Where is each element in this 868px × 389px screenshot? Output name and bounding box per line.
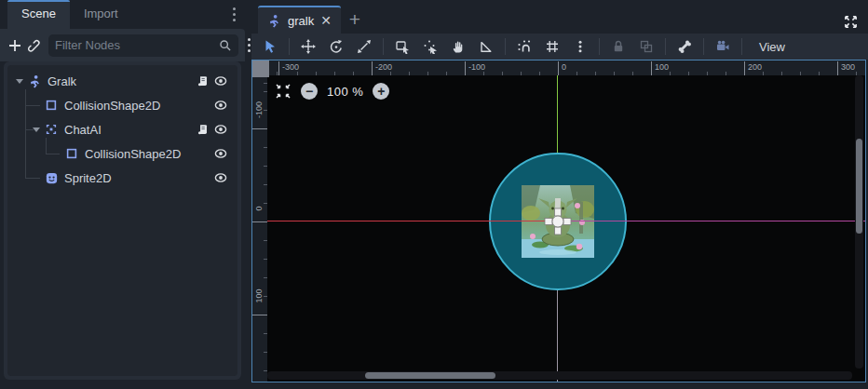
tree-row-gralk[interactable]: Gralk xyxy=(7,69,237,93)
eye-icon[interactable] xyxy=(211,169,230,186)
viewport-2d[interactable]: -300 -200 -100 0 100 200 300 -100 0 100 xyxy=(251,60,866,382)
x-axis-line xyxy=(267,221,558,221)
camera-icon xyxy=(715,39,730,54)
camera-override-button[interactable] xyxy=(710,35,736,58)
canvas-2d[interactable]: − 100 % + xyxy=(267,75,865,382)
tree-connector xyxy=(25,129,34,130)
canvas-toolbar: View xyxy=(251,34,868,60)
grid-snap-button[interactable] xyxy=(539,35,565,58)
collision-shape-2d-icon xyxy=(63,146,80,161)
tree-connector xyxy=(25,105,40,106)
pan-tool-button[interactable] xyxy=(445,35,471,58)
group-icon xyxy=(639,39,654,54)
collision-shape-2d-icon xyxy=(43,98,60,113)
close-icon[interactable]: ✕ xyxy=(320,13,332,28)
pivot-tool-button[interactable] xyxy=(417,35,443,58)
pivot-icon xyxy=(423,39,438,54)
scale-icon xyxy=(357,39,372,54)
add-node-button[interactable] xyxy=(7,34,22,58)
view-menu-button[interactable]: View xyxy=(748,37,796,57)
ruler-label: 0 xyxy=(254,194,264,222)
zoom-controls: − 100 % + xyxy=(275,83,389,100)
eye-icon[interactable] xyxy=(211,145,230,162)
ruler-label: -100 xyxy=(465,61,485,75)
ruler-tool-button[interactable] xyxy=(473,35,499,58)
filter-nodes-box xyxy=(48,34,238,57)
rotate-icon xyxy=(329,39,344,54)
select-arrow-icon xyxy=(263,39,278,54)
list-select-tool-button[interactable] xyxy=(389,35,415,58)
smart-snap-icon xyxy=(517,39,532,54)
expand-icon[interactable] xyxy=(843,14,859,30)
ruler-label: 300 xyxy=(837,61,855,75)
eye-icon[interactable] xyxy=(211,97,230,114)
zoom-out-button[interactable]: − xyxy=(301,83,318,100)
center-view-icon[interactable] xyxy=(275,83,292,100)
tab-import[interactable]: Import xyxy=(70,0,132,29)
node-label: ChatAI xyxy=(64,123,193,137)
list-select-icon xyxy=(395,39,410,54)
horizontal-scrollbar[interactable] xyxy=(267,371,852,380)
filter-nodes-input[interactable] xyxy=(55,38,219,52)
tab-scene[interactable]: Scene xyxy=(7,0,70,29)
ruler-label: 0 xyxy=(558,61,566,75)
ruler-horizontal[interactable]: -300 -200 -100 0 100 200 300 xyxy=(267,60,865,75)
instance-scene-button[interactable] xyxy=(26,34,41,58)
new-scene-tab-button[interactable]: + xyxy=(341,6,369,34)
ruler-vertical[interactable]: -100 0 100 xyxy=(252,75,267,382)
smart-snap-button[interactable] xyxy=(511,35,537,58)
node-label: CollisionShape2D xyxy=(85,147,193,161)
rotate-tool-button[interactable] xyxy=(323,35,349,58)
bone-icon xyxy=(677,39,692,54)
lock-button[interactable] xyxy=(605,35,631,58)
move-gizmo[interactable] xyxy=(543,207,573,236)
select-tool-button[interactable] xyxy=(257,35,283,58)
scene-dock-toolbar xyxy=(0,29,245,61)
dock-menu-icon[interactable] xyxy=(233,0,245,29)
ruler-corner xyxy=(252,60,269,77)
move-icon xyxy=(301,39,316,54)
chevron-down-icon[interactable] xyxy=(13,79,26,84)
chain-link-icon xyxy=(26,38,41,53)
hand-icon xyxy=(451,39,466,54)
eye-icon[interactable] xyxy=(211,121,230,138)
ruler-icon xyxy=(479,39,494,54)
snap-options-button[interactable] xyxy=(567,35,593,58)
vertical-dots-icon xyxy=(573,39,588,54)
character-body-2d-icon xyxy=(267,14,281,28)
scale-tool-button[interactable] xyxy=(351,35,377,58)
sprite-2d-icon xyxy=(43,170,60,185)
tree-row-collisionshape2d[interactable]: CollisionShape2D xyxy=(7,93,237,117)
tree-row-sprite2d[interactable]: Sprite2D xyxy=(7,166,237,190)
tree-connector xyxy=(25,178,40,179)
ruler-label: -100 xyxy=(254,96,264,124)
script-icon[interactable] xyxy=(193,121,211,138)
scene-dock: Scene Import xyxy=(0,0,245,389)
scene-tab-gralk[interactable]: gralk ✕ xyxy=(258,6,341,34)
ruler-label: 100 xyxy=(651,61,669,75)
ruler-label: 100 xyxy=(254,282,264,310)
zoom-percent-label[interactable]: 100 % xyxy=(327,85,363,99)
lock-icon xyxy=(611,39,626,54)
scrollbar-thumb[interactable] xyxy=(365,372,495,379)
tree-row-collisionshape2d-child[interactable]: CollisionShape2D xyxy=(7,141,237,166)
eye-icon[interactable] xyxy=(211,73,230,89)
tree-row-chatai[interactable]: ChatAI xyxy=(7,117,237,141)
scrollbar-thumb[interactable] xyxy=(856,139,862,234)
vertical-scrollbar[interactable] xyxy=(855,75,863,369)
scene-tree-panel: Gralk CollisionShape2D xyxy=(4,61,241,380)
dock-tab-bar: Scene Import xyxy=(0,0,245,29)
main-editor-area: gralk ✕ + xyxy=(251,0,868,389)
node-label: Gralk xyxy=(47,74,193,88)
move-tool-button[interactable] xyxy=(295,35,321,58)
grid-snap-icon xyxy=(545,39,560,54)
group-button[interactable] xyxy=(633,35,659,58)
script-icon[interactable] xyxy=(193,73,211,89)
tree-connector xyxy=(46,138,47,154)
tree-connector xyxy=(46,154,60,154)
ruler-label: 200 xyxy=(744,61,762,75)
zoom-in-button[interactable]: + xyxy=(373,83,389,100)
skeleton-options-button[interactable] xyxy=(671,35,698,58)
marker-frame-2d-icon xyxy=(43,122,60,137)
scene-tab-label: gralk xyxy=(288,14,314,28)
